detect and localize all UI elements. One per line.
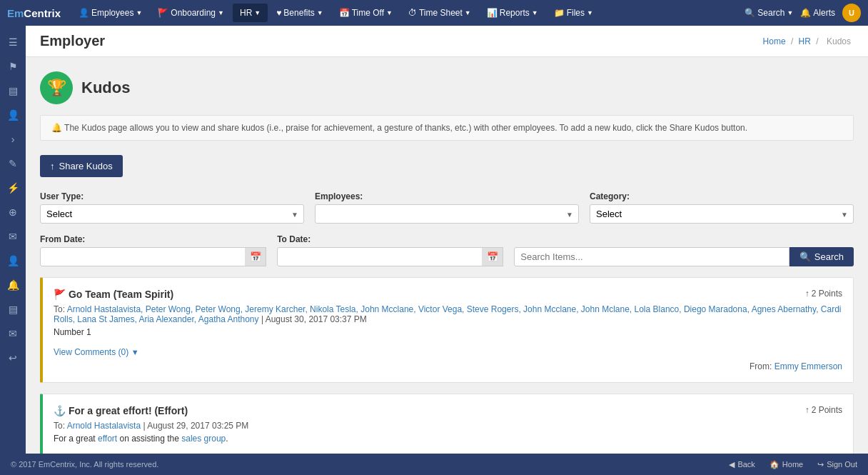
- from-date-group: From Date: 📅: [40, 234, 266, 266]
- nav-employees[interactable]: 👤 Employees ▼: [71, 4, 149, 22]
- filter-row-2: From Date: 📅 To Date: 📅 🔍: [40, 234, 854, 266]
- kudos-card-to-2: To: Arnold Hastalavista | August 29, 201…: [54, 421, 842, 431]
- sidebar-flag-icon[interactable]: ⚑: [2, 56, 24, 77]
- nav-reports[interactable]: 📊 Reports ▼: [480, 4, 545, 22]
- kudos-icon: 🏆: [40, 71, 73, 104]
- breadcrumb: Home / HR / Kudos: [763, 36, 854, 46]
- user-type-label: User Type:: [40, 191, 304, 201]
- filter-row-1: User Type: Select Employees: Category:: [40, 191, 854, 224]
- employees-group: Employees:: [315, 191, 579, 224]
- footer-back-button[interactable]: ◀ Back: [729, 460, 755, 469]
- home-label: Home: [782, 460, 803, 469]
- search-input[interactable]: [514, 247, 789, 266]
- sidebar-plus-icon[interactable]: ⊕: [2, 201, 24, 223]
- breadcrumb-kudos: Kudos: [827, 36, 851, 46]
- share-label: Share Kudos: [59, 161, 113, 171]
- sidebar-mail2-icon[interactable]: ✉: [2, 323, 24, 344]
- kudos-card-1: ↑ 2 Points 🚩 Go Team (Team Spirit) To: A…: [40, 277, 854, 383]
- to-date-calendar-icon[interactable]: 📅: [482, 247, 503, 266]
- footer-copyright: © 2017 EmCentrix, Inc. All rights reserv…: [11, 460, 158, 469]
- app-logo[interactable]: EmCentrix: [7, 7, 61, 19]
- footer-home-button[interactable]: 🏠 Home: [769, 460, 803, 469]
- category-group: Category: Select: [590, 191, 854, 224]
- to-date-group: To Date: 📅: [277, 234, 503, 266]
- page-title: Employer: [40, 33, 105, 49]
- search-btn-label: Search: [814, 251, 844, 262]
- logo-centrix: Centrix: [24, 7, 61, 19]
- kudos-body-1: Number 1: [54, 327, 842, 337]
- nav-timeoff[interactable]: 📅 Time Off ▼: [332, 4, 400, 22]
- sidebar-grid-icon[interactable]: ▤: [2, 299, 24, 320]
- left-sidebar: ☰ ⚑ ▤ 👤 › ✎ ⚡ ⊕ ✉ 👤 🔔 ▤ ✉ ↩: [0, 26, 26, 454]
- alerts-button[interactable]: 🔔 Alerts: [800, 8, 835, 18]
- to-date-label: To Date:: [277, 234, 503, 244]
- nav-benefits[interactable]: ♥ Benefits ▼: [269, 4, 330, 22]
- category-select[interactable]: Select: [590, 204, 854, 224]
- nav-onboarding[interactable]: 🚩 Onboarding ▼: [151, 4, 231, 22]
- content-area: 🏆 Kudos 🔔 The Kudos page allows you to v…: [26, 57, 868, 475]
- info-text: 🔔 The Kudos page allows you to view and …: [51, 123, 747, 133]
- search-label-empty: [514, 234, 854, 244]
- points-value-1: 2 Points: [812, 289, 842, 299]
- share-kudos-button[interactable]: ↑ Share Kudos: [40, 155, 123, 177]
- breadcrumb-hr[interactable]: HR: [799, 36, 811, 46]
- from-date-input[interactable]: [40, 247, 266, 266]
- search-button[interactable]: 🔍 Search: [789, 247, 854, 266]
- employees-select[interactable]: [315, 204, 579, 224]
- sidebar-mail-icon[interactable]: ✉: [2, 226, 24, 247]
- user-type-select[interactable]: Select: [40, 204, 304, 224]
- breadcrumb-home[interactable]: Home: [763, 36, 786, 46]
- from-date-calendar-icon[interactable]: 📅: [245, 247, 266, 266]
- kudos-page-title: Kudos: [81, 79, 130, 97]
- nav-timesheet[interactable]: ⏱ Time Sheet ▼: [401, 4, 478, 22]
- sidebar-user2-icon[interactable]: 👤: [2, 250, 24, 271]
- sidebar-arrow-icon[interactable]: ›: [2, 129, 24, 150]
- nav-hr[interactable]: HR ▼: [233, 4, 268, 22]
- signout-icon: ↪: [817, 460, 824, 469]
- view-comments-1[interactable]: View Comments (0): [54, 347, 128, 357]
- logo-em: Em: [7, 7, 24, 19]
- user-type-select-wrapper: Select: [40, 204, 304, 224]
- to-date-wrapper: 📅: [277, 247, 503, 266]
- points-icon-1: ↑: [805, 289, 809, 299]
- sidebar-bolt-icon[interactable]: ⚡: [2, 177, 24, 199]
- search-group: 🔍 Search: [514, 234, 854, 266]
- nav-right-section: 🔍 Search ▼ 🔔 Alerts U: [745, 4, 861, 22]
- top-navigation: EmCentrix 👤 Employees ▼ 🚩 Onboarding ▼ H…: [0, 0, 868, 26]
- from-date-wrapper: 📅: [40, 247, 266, 266]
- footer-right: ◀ Back 🏠 Home ↪ Sign Out: [729, 460, 857, 469]
- page-header: Employer Home / HR / Kudos: [26, 26, 868, 57]
- to-date-input[interactable]: [277, 247, 503, 266]
- nav-files[interactable]: 📁 Files ▼: [547, 4, 600, 22]
- sidebar-edit-icon[interactable]: ✎: [2, 153, 24, 174]
- sidebar-bell-icon[interactable]: 🔔: [2, 274, 24, 296]
- employees-label: Employees:: [315, 191, 579, 201]
- info-box: 🔔 The Kudos page allows you to view and …: [40, 115, 854, 141]
- footer-signout-button[interactable]: ↪ Sign Out: [817, 460, 857, 469]
- comments-chevron-1: ▼: [131, 348, 139, 356]
- kudos-points-2: ↑ 2 Points: [805, 405, 842, 415]
- back-icon: ◀: [729, 460, 735, 469]
- user-avatar[interactable]: U: [842, 4, 861, 22]
- sidebar-back-icon[interactable]: ↩: [2, 347, 24, 369]
- kudos-card-title-1: 🚩 Go Team (Team Spirit): [54, 289, 842, 300]
- kudos-date-1: August 30, 2017 03:37 PM: [266, 314, 367, 324]
- search-nav-button[interactable]: 🔍 Search ▼: [745, 8, 793, 18]
- sidebar-menu-icon[interactable]: ☰: [2, 31, 24, 53]
- points-value-2: 2 Points: [812, 405, 842, 415]
- category-label: Category:: [590, 191, 854, 201]
- kudos-body-2: For a great effort on assisting the sale…: [54, 434, 842, 444]
- search-icon: 🔍: [799, 251, 811, 262]
- kudos-card-title-2: ⚓ For a great effort! (Effort): [54, 405, 842, 416]
- home-icon: 🏠: [769, 460, 779, 469]
- kudos-title-icon-2: ⚓: [54, 405, 66, 416]
- sidebar-list-icon[interactable]: ▤: [2, 80, 24, 101]
- kudos-recipients-1: Arnold Hastalavista, Peter Wong, Peter W…: [54, 304, 842, 324]
- kudos-header: 🏆 Kudos: [40, 71, 854, 104]
- from-date-label: From Date:: [40, 234, 266, 244]
- sidebar-person-icon[interactable]: 👤: [2, 104, 24, 126]
- category-select-wrapper: Select: [590, 204, 854, 224]
- points-icon-2: ↑: [805, 405, 809, 415]
- employees-select-wrapper: [315, 204, 579, 224]
- kudos-card-to-1: To: Arnold Hastalavista, Peter Wong, Pet…: [54, 304, 842, 324]
